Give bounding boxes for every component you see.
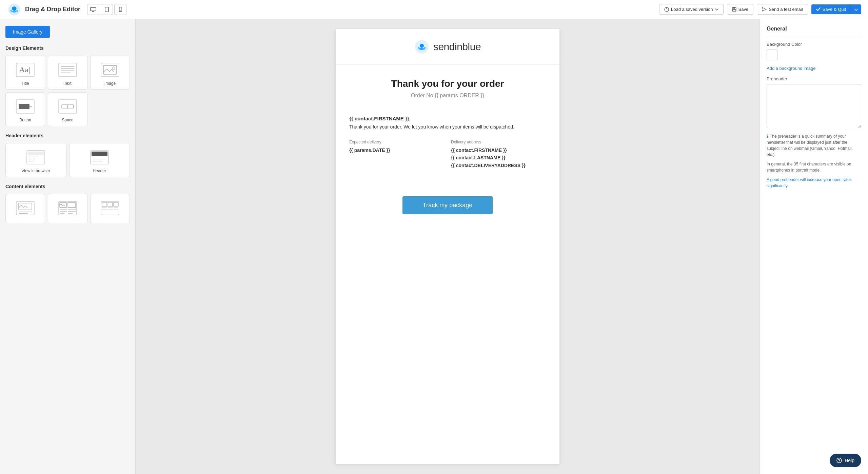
email-greeting-name-text: {{ contact.FIRSTNAME }}, bbox=[349, 116, 411, 121]
space-element-label: Space bbox=[62, 118, 73, 122]
track-package-button[interactable]: Track my package bbox=[402, 196, 493, 214]
app-title: Drag & Drop Editor bbox=[25, 6, 80, 13]
check-icon bbox=[816, 7, 821, 11]
element-card-header[interactable]: Header bbox=[69, 143, 130, 177]
svg-rect-12 bbox=[59, 63, 77, 77]
preheader-info-text: ℹThe preheader is a quick summary of you… bbox=[767, 133, 861, 158]
info-icon: ℹ bbox=[767, 134, 768, 139]
delivery-address-line2: {{ contact.LASTNAME }} bbox=[451, 154, 546, 161]
svg-rect-39 bbox=[60, 202, 66, 208]
element-card-content-2[interactable] bbox=[48, 194, 87, 223]
svg-rect-34 bbox=[16, 201, 34, 215]
element-card-button[interactable]: Button bbox=[5, 92, 45, 126]
info-text-1: The preheader is a quick summary of your… bbox=[767, 134, 853, 157]
track-button-label: Track my package bbox=[423, 202, 472, 209]
element-card-title[interactable]: Aa| Title bbox=[5, 56, 45, 90]
mobile-view-button[interactable] bbox=[114, 4, 126, 15]
sendinblue-logo: sendinblue bbox=[346, 39, 549, 54]
chevron-down-white-icon bbox=[854, 9, 858, 11]
element-card-text[interactable]: Text bbox=[48, 56, 87, 90]
track-btn-section: Track my package bbox=[336, 190, 559, 228]
send-icon bbox=[762, 7, 767, 12]
svg-rect-0 bbox=[91, 7, 96, 11]
svg-text:Aa|: Aa| bbox=[19, 65, 30, 74]
sidebar: Image Gallery Design Elements Aa| Title … bbox=[0, 19, 136, 474]
expected-delivery-label: Expected delivery bbox=[349, 140, 444, 144]
header-element-label: Header bbox=[93, 169, 106, 173]
email-canvas: sendinblue Thank you for your order Orde… bbox=[336, 29, 559, 464]
svg-rect-48 bbox=[102, 202, 107, 206]
title-element-label: Title bbox=[21, 81, 29, 86]
email-order-line: Order No {{ params.ORDER }} bbox=[349, 93, 546, 99]
save-label: Save bbox=[738, 7, 749, 12]
delivery-address-line1: {{ contact.FIRSTNAME }} bbox=[451, 146, 546, 154]
text-element-label: Text bbox=[64, 81, 71, 86]
element-card-image[interactable]: Image bbox=[90, 56, 130, 90]
canvas-area: sendinblue Thank you for your order Orde… bbox=[136, 19, 760, 474]
expected-delivery-col: Expected delivery {{ params.DATE }} bbox=[349, 140, 444, 169]
content-3-icon bbox=[100, 200, 120, 217]
email-greeting-body: Thank you for your order. We let you kno… bbox=[349, 124, 546, 130]
header-elements-title: Header elements bbox=[5, 133, 130, 138]
delivery-grid: Expected delivery {{ params.DATE }} Deli… bbox=[349, 140, 546, 169]
image-element-icon bbox=[100, 61, 120, 78]
button-element-label: Button bbox=[19, 118, 31, 122]
design-elements-grid: Aa| Title Text Image bbox=[5, 56, 130, 126]
svg-point-6 bbox=[120, 11, 121, 11]
element-card-content-3[interactable] bbox=[90, 194, 130, 223]
delivery-address-line3: {{ contact.DELIVERYADDRESS }} bbox=[451, 162, 546, 169]
top-bar-right: Load a saved version Save Send a test em… bbox=[659, 4, 861, 15]
svg-rect-17 bbox=[101, 63, 119, 77]
header-elements-grid: View in browser Header bbox=[5, 143, 130, 177]
title-element-icon: Aa| bbox=[15, 61, 36, 78]
preheader-textarea[interactable] bbox=[767, 84, 861, 128]
design-elements-title: Design Elements bbox=[5, 45, 130, 51]
save-quit-button[interactable]: Save & Quit bbox=[811, 4, 851, 14]
sendinblue-logo-icon bbox=[414, 39, 429, 54]
expected-delivery-value: {{ params.DATE }} bbox=[349, 146, 444, 154]
save-quit-group: Save & Quit bbox=[811, 4, 861, 14]
email-logo-section: sendinblue bbox=[336, 29, 559, 65]
app-logo-icon bbox=[7, 2, 22, 17]
main-layout: Image Gallery Design Elements Aa| Title … bbox=[0, 19, 868, 474]
help-icon bbox=[836, 458, 842, 463]
send-test-button[interactable]: Send a test email bbox=[757, 4, 808, 15]
load-version-button[interactable]: Load a saved version bbox=[659, 4, 724, 15]
background-color-swatch[interactable] bbox=[767, 50, 777, 60]
save-button[interactable]: Save bbox=[727, 4, 754, 15]
send-test-label: Send a test email bbox=[769, 7, 803, 12]
svg-rect-8 bbox=[733, 7, 735, 9]
element-card-space[interactable]: Space bbox=[48, 92, 87, 126]
help-label: Help bbox=[845, 458, 854, 463]
load-version-label: Load a saved version bbox=[671, 7, 713, 12]
delivery-address-lines: {{ contact.FIRSTNAME }} {{ contact.LASTN… bbox=[451, 146, 546, 169]
image-gallery-button[interactable]: Image Gallery bbox=[5, 26, 50, 38]
desktop-view-button[interactable] bbox=[87, 4, 99, 15]
email-hero-title: Thank you for your order bbox=[349, 78, 546, 89]
delivery-address-col: Delivery address {{ contact.FIRSTNAME }}… bbox=[451, 140, 546, 169]
right-panel: General Background Color Add a backgroun… bbox=[760, 19, 868, 474]
header-element-icon bbox=[89, 149, 110, 166]
save-icon bbox=[732, 7, 736, 12]
device-buttons bbox=[87, 4, 126, 15]
tablet-view-button[interactable] bbox=[101, 4, 113, 15]
element-card-view-in-browser[interactable]: View in browser bbox=[5, 143, 66, 177]
content-2-icon bbox=[58, 200, 78, 217]
svg-rect-31 bbox=[92, 152, 107, 156]
image-element-label: Image bbox=[104, 81, 116, 86]
add-background-image-link[interactable]: Add a background image bbox=[767, 66, 861, 71]
image-gallery-label: Image Gallery bbox=[13, 29, 42, 35]
svg-rect-35 bbox=[19, 203, 32, 210]
load-icon bbox=[664, 7, 669, 12]
email-hero: Thank you for your order Order No {{ par… bbox=[336, 65, 559, 105]
element-card-content-1[interactable] bbox=[5, 194, 45, 223]
preheader-info-highlight: A good preheader will increase your open… bbox=[767, 177, 861, 189]
chevron-down-icon bbox=[715, 8, 718, 11]
svg-rect-49 bbox=[108, 202, 113, 206]
preheader-label: Preheader bbox=[767, 76, 861, 81]
save-quit-dropdown-button[interactable] bbox=[851, 4, 861, 14]
help-button[interactable]: Help bbox=[830, 454, 861, 467]
svg-point-4 bbox=[106, 11, 107, 12]
svg-rect-9 bbox=[733, 9, 736, 11]
content-1-icon bbox=[15, 200, 36, 217]
